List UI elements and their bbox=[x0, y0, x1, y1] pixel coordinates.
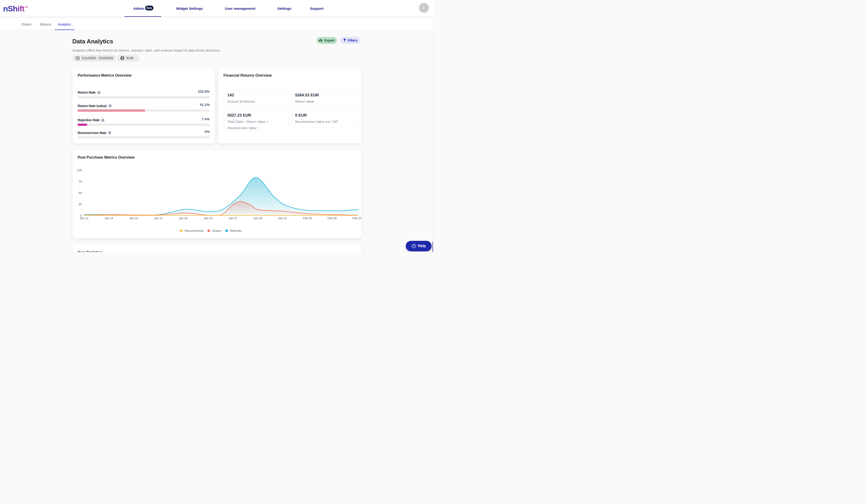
svg-text:Jan 13: Jan 13 bbox=[79, 217, 88, 220]
svg-text:Jan 29: Jan 29 bbox=[253, 217, 262, 220]
svg-text:Jan 17: Jan 17 bbox=[154, 217, 163, 220]
svg-text:75: 75 bbox=[79, 180, 82, 183]
svg-text:Feb 04: Feb 04 bbox=[303, 217, 312, 220]
svg-text:nShift: nShift bbox=[3, 4, 24, 13]
svg-text:Jan 27: Jan 27 bbox=[229, 217, 237, 220]
svg-text:25: 25 bbox=[79, 203, 82, 206]
svg-text:Jan 14: Jan 14 bbox=[104, 217, 113, 220]
svg-text:Jan 15: Jan 15 bbox=[129, 217, 138, 220]
svg-text:Jan 20: Jan 20 bbox=[179, 217, 188, 220]
svg-text:Jan 23: Jan 23 bbox=[204, 217, 212, 220]
svg-text:Jan 31: Jan 31 bbox=[278, 217, 287, 220]
svg-text:100: 100 bbox=[77, 168, 82, 172]
svg-text:Feb 10: Feb 10 bbox=[353, 217, 362, 220]
svg-text:50: 50 bbox=[79, 191, 82, 195]
svg-text:$: $ bbox=[122, 56, 123, 60]
svg-text:Feb 06: Feb 06 bbox=[327, 217, 337, 220]
